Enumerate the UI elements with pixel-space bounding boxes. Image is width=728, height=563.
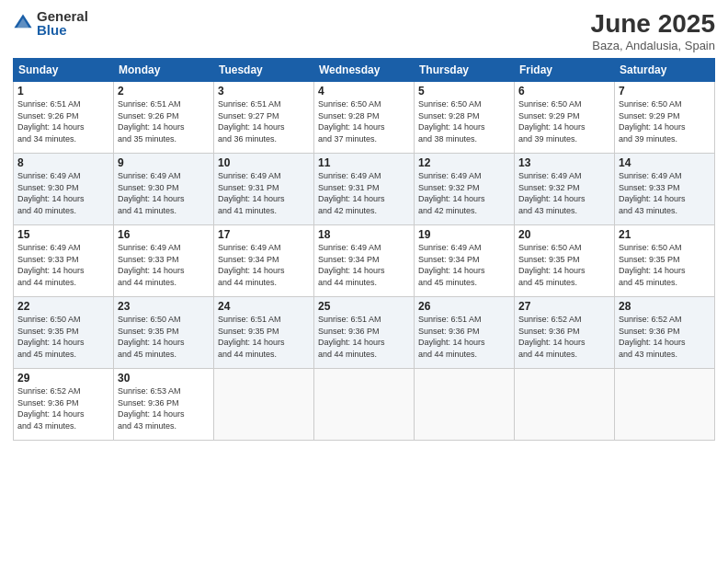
calendar-cell: 17Sunrise: 6:49 AM Sunset: 9:34 PM Dayli… bbox=[214, 225, 314, 297]
day-number: 7 bbox=[619, 85, 711, 98]
calendar-cell: 3Sunrise: 6:51 AM Sunset: 9:27 PM Daylig… bbox=[214, 82, 314, 154]
calendar-cell: 9Sunrise: 6:49 AM Sunset: 9:30 PM Daylig… bbox=[114, 154, 214, 225]
day-number: 28 bbox=[619, 300, 711, 313]
day-number: 23 bbox=[118, 300, 210, 313]
calendar-cell: 13Sunrise: 6:49 AM Sunset: 9:32 PM Dayli… bbox=[515, 154, 615, 225]
day-info: Sunrise: 6:52 AM Sunset: 9:36 PM Dayligh… bbox=[17, 385, 109, 431]
day-number: 26 bbox=[418, 300, 510, 313]
day-info: Sunrise: 6:50 AM Sunset: 9:29 PM Dayligh… bbox=[619, 98, 711, 144]
day-number: 13 bbox=[518, 156, 610, 169]
day-number: 30 bbox=[118, 372, 210, 385]
calendar-cell: 6Sunrise: 6:50 AM Sunset: 9:29 PM Daylig… bbox=[515, 82, 615, 154]
day-info: Sunrise: 6:51 AM Sunset: 9:26 PM Dayligh… bbox=[118, 98, 210, 144]
day-number: 12 bbox=[418, 156, 510, 169]
calendar-week-4: 22Sunrise: 6:50 AM Sunset: 9:35 PM Dayli… bbox=[14, 297, 715, 369]
day-number: 17 bbox=[218, 228, 310, 241]
day-number: 29 bbox=[17, 372, 109, 385]
day-number: 8 bbox=[17, 156, 109, 169]
day-number: 14 bbox=[619, 156, 711, 169]
weekday-header-saturday: Saturday bbox=[615, 59, 715, 82]
calendar-cell: 21Sunrise: 6:50 AM Sunset: 9:35 PM Dayli… bbox=[615, 225, 715, 297]
day-number: 1 bbox=[17, 85, 109, 98]
day-number: 24 bbox=[218, 300, 310, 313]
page: General Blue June 2025 Baza, Andalusia, … bbox=[0, 0, 728, 563]
title-section: June 2025 Baza, Andalusia, Spain bbox=[591, 9, 715, 52]
day-info: Sunrise: 6:50 AM Sunset: 9:28 PM Dayligh… bbox=[418, 98, 510, 144]
day-info: Sunrise: 6:50 AM Sunset: 9:28 PM Dayligh… bbox=[318, 98, 410, 144]
day-info: Sunrise: 6:49 AM Sunset: 9:30 PM Dayligh… bbox=[17, 170, 109, 216]
calendar-cell bbox=[615, 369, 715, 441]
logo: General Blue bbox=[13, 9, 88, 37]
day-number: 3 bbox=[218, 85, 310, 98]
calendar-cell: 24Sunrise: 6:51 AM Sunset: 9:35 PM Dayli… bbox=[214, 297, 314, 369]
calendar-cell: 1Sunrise: 6:51 AM Sunset: 9:26 PM Daylig… bbox=[14, 82, 114, 154]
calendar-cell: 5Sunrise: 6:50 AM Sunset: 9:28 PM Daylig… bbox=[415, 82, 515, 154]
calendar-table: SundayMondayTuesdayWednesdayThursdayFrid… bbox=[13, 58, 715, 441]
day-info: Sunrise: 6:51 AM Sunset: 9:27 PM Dayligh… bbox=[218, 98, 310, 144]
day-info: Sunrise: 6:49 AM Sunset: 9:31 PM Dayligh… bbox=[218, 170, 310, 216]
calendar-cell: 22Sunrise: 6:50 AM Sunset: 9:35 PM Dayli… bbox=[14, 297, 114, 369]
day-number: 21 bbox=[619, 228, 711, 241]
calendar-cell bbox=[515, 369, 615, 441]
day-number: 10 bbox=[218, 156, 310, 169]
weekday-header-friday: Friday bbox=[515, 59, 615, 82]
day-number: 4 bbox=[318, 85, 410, 98]
day-number: 5 bbox=[418, 85, 510, 98]
calendar-cell: 10Sunrise: 6:49 AM Sunset: 9:31 PM Dayli… bbox=[214, 154, 314, 225]
calendar-week-3: 15Sunrise: 6:49 AM Sunset: 9:33 PM Dayli… bbox=[14, 225, 715, 297]
calendar-cell: 8Sunrise: 6:49 AM Sunset: 9:30 PM Daylig… bbox=[14, 154, 114, 225]
day-number: 20 bbox=[518, 228, 610, 241]
day-number: 15 bbox=[17, 228, 109, 241]
day-number: 6 bbox=[518, 85, 610, 98]
day-info: Sunrise: 6:49 AM Sunset: 9:33 PM Dayligh… bbox=[118, 242, 210, 288]
calendar-cell: 26Sunrise: 6:51 AM Sunset: 9:36 PM Dayli… bbox=[415, 297, 515, 369]
day-number: 22 bbox=[17, 300, 109, 313]
calendar-cell bbox=[415, 369, 515, 441]
calendar-cell: 23Sunrise: 6:50 AM Sunset: 9:35 PM Dayli… bbox=[114, 297, 214, 369]
calendar-cell: 19Sunrise: 6:49 AM Sunset: 9:34 PM Dayli… bbox=[415, 225, 515, 297]
day-number: 25 bbox=[318, 300, 410, 313]
day-info: Sunrise: 6:52 AM Sunset: 9:36 PM Dayligh… bbox=[518, 314, 610, 360]
calendar-cell: 25Sunrise: 6:51 AM Sunset: 9:36 PM Dayli… bbox=[314, 297, 415, 369]
day-info: Sunrise: 6:50 AM Sunset: 9:35 PM Dayligh… bbox=[619, 242, 711, 288]
day-number: 2 bbox=[118, 85, 210, 98]
day-info: Sunrise: 6:49 AM Sunset: 9:32 PM Dayligh… bbox=[418, 170, 510, 216]
calendar-cell: 28Sunrise: 6:52 AM Sunset: 9:36 PM Dayli… bbox=[615, 297, 715, 369]
logo-icon bbox=[13, 13, 33, 33]
day-info: Sunrise: 6:51 AM Sunset: 9:36 PM Dayligh… bbox=[418, 314, 510, 360]
day-number: 19 bbox=[418, 228, 510, 241]
day-info: Sunrise: 6:49 AM Sunset: 9:34 PM Dayligh… bbox=[418, 242, 510, 288]
day-number: 27 bbox=[518, 300, 610, 313]
calendar-cell: 7Sunrise: 6:50 AM Sunset: 9:29 PM Daylig… bbox=[615, 82, 715, 154]
weekday-header-wednesday: Wednesday bbox=[314, 59, 415, 82]
day-info: Sunrise: 6:51 AM Sunset: 9:26 PM Dayligh… bbox=[17, 98, 109, 144]
calendar-cell: 14Sunrise: 6:49 AM Sunset: 9:33 PM Dayli… bbox=[615, 154, 715, 225]
calendar-week-5: 29Sunrise: 6:52 AM Sunset: 9:36 PM Dayli… bbox=[14, 369, 715, 441]
logo-blue: Blue bbox=[37, 23, 88, 37]
weekday-header-monday: Monday bbox=[114, 59, 214, 82]
calendar-week-1: 1Sunrise: 6:51 AM Sunset: 9:26 PM Daylig… bbox=[14, 82, 715, 154]
calendar-cell: 20Sunrise: 6:50 AM Sunset: 9:35 PM Dayli… bbox=[515, 225, 615, 297]
weekday-header-tuesday: Tuesday bbox=[214, 59, 314, 82]
day-info: Sunrise: 6:53 AM Sunset: 9:36 PM Dayligh… bbox=[118, 385, 210, 431]
calendar-cell: 29Sunrise: 6:52 AM Sunset: 9:36 PM Dayli… bbox=[14, 369, 114, 441]
day-info: Sunrise: 6:49 AM Sunset: 9:31 PM Dayligh… bbox=[318, 170, 410, 216]
calendar-cell: 4Sunrise: 6:50 AM Sunset: 9:28 PM Daylig… bbox=[314, 82, 415, 154]
logo-general: General bbox=[37, 9, 88, 23]
day-info: Sunrise: 6:49 AM Sunset: 9:34 PM Dayligh… bbox=[218, 242, 310, 288]
day-info: Sunrise: 6:49 AM Sunset: 9:34 PM Dayligh… bbox=[318, 242, 410, 288]
month-title: June 2025 bbox=[591, 9, 715, 39]
day-number: 16 bbox=[118, 228, 210, 241]
day-info: Sunrise: 6:49 AM Sunset: 9:33 PM Dayligh… bbox=[17, 242, 109, 288]
calendar-cell: 11Sunrise: 6:49 AM Sunset: 9:31 PM Dayli… bbox=[314, 154, 415, 225]
calendar-cell: 18Sunrise: 6:49 AM Sunset: 9:34 PM Dayli… bbox=[314, 225, 415, 297]
header-row: SundayMondayTuesdayWednesdayThursdayFrid… bbox=[14, 59, 715, 82]
day-info: Sunrise: 6:51 AM Sunset: 9:36 PM Dayligh… bbox=[318, 314, 410, 360]
day-info: Sunrise: 6:52 AM Sunset: 9:36 PM Dayligh… bbox=[619, 314, 711, 360]
logo-text: General Blue bbox=[37, 9, 88, 37]
day-number: 9 bbox=[118, 156, 210, 169]
day-info: Sunrise: 6:50 AM Sunset: 9:35 PM Dayligh… bbox=[518, 242, 610, 288]
calendar-cell: 27Sunrise: 6:52 AM Sunset: 9:36 PM Dayli… bbox=[515, 297, 615, 369]
day-info: Sunrise: 6:51 AM Sunset: 9:35 PM Dayligh… bbox=[218, 314, 310, 360]
weekday-header-sunday: Sunday bbox=[14, 59, 114, 82]
